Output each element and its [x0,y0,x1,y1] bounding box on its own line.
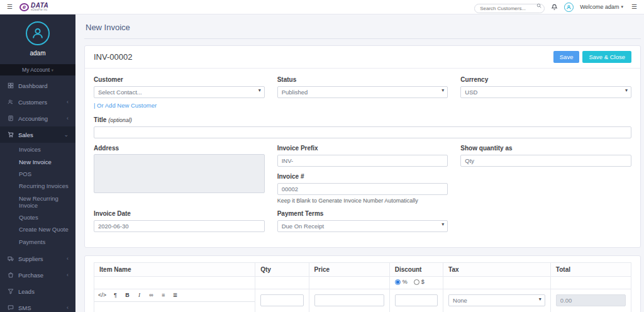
sidebar-toggle-icon[interactable]: ☰ [5,4,14,10]
tax-select[interactable]: None [448,294,545,306]
item-description-editor: </> ¶ B I ∞ ≡ ≣ [94,289,255,312]
total-input [556,294,626,306]
discount-input[interactable] [395,294,438,306]
main-content: New Invoice INV-00002 Save Save & Close … [75,14,644,312]
user-avatar-icon[interactable] [564,3,574,12]
payment-terms-select[interactable]: Due On Receipt [277,220,448,232]
user-menu[interactable]: Welcome adam ▾ [580,4,623,10]
add-new-customer-link[interactable]: | Or Add New Customer [94,102,157,109]
link-icon[interactable]: ∞ [148,292,154,298]
col-item-name: Item Name [94,263,255,277]
invoice-prefix-label: Invoice Prefix [277,145,448,152]
invoice-details-card: INV-00002 Save Save & Close Customer Sel… [84,45,641,248]
right-panel-toggle-icon[interactable]: ☰ [630,4,639,10]
sidebar-item-customers[interactable]: Customers ‹ [0,94,75,110]
sidebar-item-purchase[interactable]: Purchase ‹ [0,267,75,283]
qty-input[interactable] [260,294,303,306]
sidebar-item-sms[interactable]: SMS ‹ [0,299,75,312]
editor-toolbar: </> ¶ B I ∞ ≡ ≣ [94,289,255,302]
welcome-label: Welcome adam [580,4,619,10]
sidebar-item-accounting[interactable]: Accounting ‹ [0,110,75,126]
items-header-row: Item Name Qty Price Discount Tax Total [94,263,631,277]
price-input[interactable] [314,294,384,306]
sidebar-item-suppliers[interactable]: Suppliers ‹ [0,250,75,267]
submenu-item-invoices[interactable]: Invoices [0,143,75,155]
invoice-number-input[interactable] [277,183,448,195]
dashboard-icon [7,82,14,89]
invoice-date-input[interactable] [94,220,265,232]
item-description-area[interactable] [94,302,255,312]
payment-terms-field-group: Payment Terms Due On Receipt [277,210,448,232]
brand-logo[interactable]: e DATA eDataPar Inc [19,3,48,12]
sidebar-item-dashboard[interactable]: Dashboard [0,77,75,94]
col-total: Total [550,263,631,277]
search-input[interactable] [474,4,545,13]
chevron-down-icon: ⌄ [64,132,69,138]
address-textarea[interactable] [94,154,265,193]
user-avatar-large[interactable] [26,21,50,45]
show-quantity-input[interactable] [460,155,631,167]
accounting-icon [7,115,14,121]
chevron-left-icon: ‹ [67,305,69,311]
sidebar-user-name: adam [0,50,75,57]
paragraph-icon[interactable]: ¶ [113,292,118,298]
customer-label: Customer [94,76,265,83]
suppliers-icon [7,255,14,262]
invoice-number-label: Invoice # [277,173,448,180]
status-select[interactable]: Published [277,86,448,98]
currency-select[interactable]: USD [460,86,631,98]
payment-terms-label: Payment Terms [277,210,448,217]
save-and-close-button[interactable]: Save & Close [582,51,631,63]
chevron-left-icon: ‹ [67,99,69,105]
notifications-bell-icon[interactable] [551,4,558,11]
invoice-number-help-text: Keep it Blank to Generate Invoice Number… [277,198,448,204]
col-discount: Discount [389,263,443,277]
discount-fixed-option[interactable]: $ [414,279,425,285]
search-icon[interactable] [536,3,541,8]
submenu-item-new-invoice[interactable]: New Invoice [0,155,75,167]
sidebar-item-leads[interactable]: Leads [0,283,75,299]
title-input[interactable] [94,126,631,138]
status-label: Status [277,76,448,83]
discount-percent-option[interactable]: % [395,279,408,285]
submenu-item-payments[interactable]: Payments [0,236,75,248]
leads-icon [7,288,14,294]
submenu-item-create-new-quote[interactable]: Create New Quote [0,223,75,235]
address-label: Address [94,145,265,152]
title-field-group: Title (optional) [94,116,631,138]
submenu-item-quotes[interactable]: Quotes [0,211,75,223]
invoice-number-column: Invoice Prefix Invoice # Keep it Blank t… [277,145,448,210]
brand-mark: e [19,3,29,11]
purchase-icon [7,272,14,278]
submenu-item-pos[interactable]: POS [0,168,75,180]
my-account-dropdown[interactable]: My Account ▾ [0,64,75,75]
invoice-number-heading: INV-00002 [94,52,132,62]
save-button[interactable]: Save [553,51,580,63]
col-tax: Tax [443,263,551,277]
customers-icon [7,99,14,105]
col-price: Price [309,263,389,277]
title-label: Title (optional) [94,116,631,123]
italic-icon[interactable]: I [136,292,142,298]
discount-percent-radio[interactable] [395,279,401,285]
sales-icon [7,131,14,138]
brand-tagline: eDataPar Inc [31,9,48,12]
sidebar: adam My Account ▾ Dashboard Customers ‹ … [0,14,75,312]
address-field-group: Address [94,145,265,204]
code-view-icon[interactable]: </> [98,292,106,298]
show-quantity-label: Show quantity as [460,145,631,152]
col-qty: Qty [255,263,309,277]
bold-icon[interactable]: B [125,292,130,298]
ordered-list-icon[interactable]: ≣ [172,292,178,298]
discount-fixed-radio[interactable] [414,279,419,285]
submenu-item-new-recurring-invoice[interactable]: New Recurring Invoice [0,192,75,211]
invoice-date-field-group: Invoice Date [94,210,265,232]
sidebar-user-panel: adam [0,14,75,64]
unordered-list-icon[interactable]: ≡ [160,292,166,298]
submenu-item-recurring-invoices[interactable]: Recurring Invoices [0,180,75,192]
items-table: Item Name Qty Price Discount Tax Total [94,262,631,312]
sidebar-item-sales[interactable]: Sales ⌄ [0,126,75,143]
customer-select[interactable]: Select Contact... [94,86,265,98]
sidebar-menu: Dashboard Customers ‹ Accounting ‹ Sales… [0,75,75,312]
invoice-prefix-input[interactable] [277,155,448,167]
